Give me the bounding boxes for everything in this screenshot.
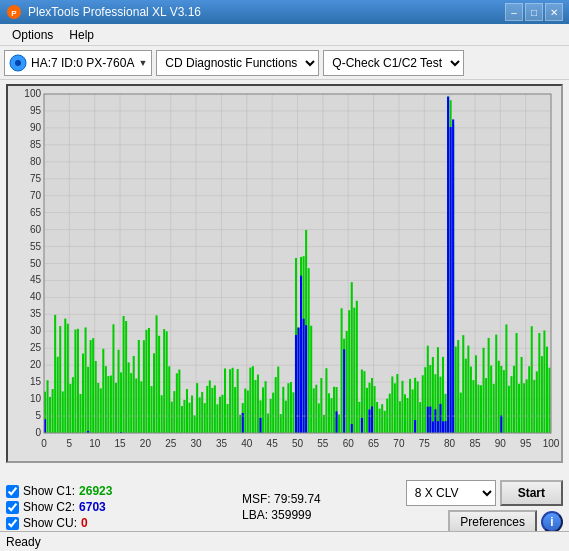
status-bar: Ready bbox=[0, 531, 569, 551]
right-controls: 8 X CLV 4 X CLV 16 X CLV Max X CLV Start… bbox=[406, 480, 563, 534]
speed-select[interactable]: 8 X CLV 4 X CLV 16 X CLV Max X CLV bbox=[406, 480, 496, 506]
lba-row: LBA: 359999 bbox=[242, 508, 321, 522]
svg-point-3 bbox=[15, 60, 21, 66]
c1-row: Show C1: 26923 bbox=[6, 484, 226, 498]
menu-help[interactable]: Help bbox=[61, 26, 102, 44]
c2-value: 6703 bbox=[79, 500, 106, 514]
title-bar: P PlexTools Professional XL V3.16 – □ ✕ bbox=[0, 0, 569, 24]
minimize-button[interactable]: – bbox=[505, 3, 523, 21]
checkboxes-panel: Show C1: 26923 Show C2: 6703 Show CU: 0 bbox=[6, 484, 226, 530]
start-button[interactable]: Start bbox=[500, 480, 563, 506]
stats-panel: MSF: 79:59.74 LBA: 359999 bbox=[242, 492, 321, 522]
c2-label: Show C2: bbox=[23, 500, 75, 514]
toolbar: HA:7 ID:0 PX-760A ▼ CD Diagnostic Functi… bbox=[0, 46, 569, 80]
cu-row: Show CU: 0 bbox=[6, 516, 226, 530]
svg-text:P: P bbox=[11, 9, 17, 18]
menu-options[interactable]: Options bbox=[4, 26, 61, 44]
maximize-button[interactable]: □ bbox=[525, 3, 543, 21]
speed-row: 8 X CLV 4 X CLV 16 X CLV Max X CLV Start bbox=[406, 480, 563, 506]
show-cu-checkbox[interactable] bbox=[6, 517, 19, 530]
lba-label: LBA: bbox=[242, 508, 268, 522]
chart-canvas bbox=[8, 86, 561, 461]
drive-label: HA:7 ID:0 PX-760A bbox=[31, 56, 134, 70]
cu-label: Show CU: bbox=[23, 516, 77, 530]
c1-value: 26923 bbox=[79, 484, 112, 498]
test-select[interactable]: Q-Check C1/C2 Test bbox=[323, 50, 464, 76]
show-c2-checkbox[interactable] bbox=[6, 501, 19, 514]
cu-value: 0 bbox=[81, 516, 88, 530]
close-button[interactable]: ✕ bbox=[545, 3, 563, 21]
lba-value: 359999 bbox=[271, 508, 311, 522]
status-text: Ready bbox=[6, 535, 41, 549]
c1-label: Show C1: bbox=[23, 484, 75, 498]
app-title: PlexTools Professional XL V3.16 bbox=[28, 5, 201, 19]
main-area: Show C1: 26923 Show C2: 6703 Show CU: 0 … bbox=[0, 80, 569, 551]
msf-row: MSF: 79:59.74 bbox=[242, 492, 321, 506]
chart-container bbox=[6, 84, 563, 463]
drive-icon bbox=[9, 54, 27, 72]
c2-row: Show C2: 6703 bbox=[6, 500, 226, 514]
drive-selector[interactable]: HA:7 ID:0 PX-760A ▼ bbox=[4, 50, 152, 76]
drive-chevron-icon: ▼ bbox=[138, 58, 147, 68]
msf-label: MSF: bbox=[242, 492, 271, 506]
msf-value: 79:59.74 bbox=[274, 492, 321, 506]
show-c1-checkbox[interactable] bbox=[6, 485, 19, 498]
app-icon: P bbox=[6, 4, 22, 20]
function-select[interactable]: CD Diagnostic Functions bbox=[156, 50, 319, 76]
info-button[interactable]: i bbox=[541, 511, 563, 533]
menu-bar: Options Help bbox=[0, 24, 569, 46]
